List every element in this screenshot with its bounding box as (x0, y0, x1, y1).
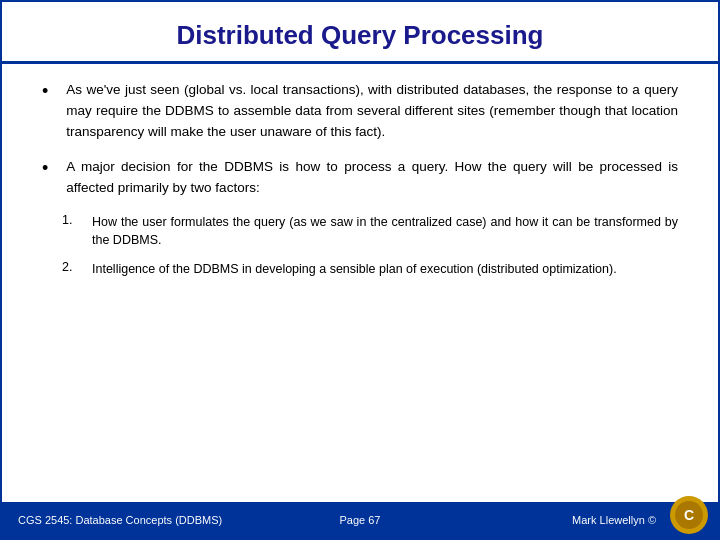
footer-center: Page 67 (340, 514, 381, 526)
footer-left: CGS 2545: Database Concepts (DDBMS) (18, 514, 222, 526)
numbered-item-1: 1. How the user formulates the query (as… (62, 213, 678, 251)
slide-content: • As we've just seen (global vs. local t… (2, 64, 718, 502)
numbered-text-2: Intelligence of the DDBMS in developing … (92, 260, 617, 279)
bullet-1: • As we've just seen (global vs. local t… (42, 80, 678, 143)
bullet-dot-2: • (42, 158, 48, 179)
slide-footer: CGS 2545: Database Concepts (DDBMS) Page… (2, 502, 718, 538)
numbered-list: 1. How the user formulates the query (as… (42, 213, 678, 279)
logo-circle: C (670, 496, 708, 534)
logo-icon: C (684, 507, 694, 523)
numbered-text-1: How the user formulates the query (as we… (92, 213, 678, 251)
slide-container: Distributed Query Processing • As we've … (0, 0, 720, 540)
slide-header: Distributed Query Processing (2, 2, 718, 64)
numbered-item-2: 2. Intelligence of the DDBMS in developi… (62, 260, 678, 279)
bullet-dot-1: • (42, 81, 48, 102)
numbered-label-1: 1. (62, 213, 78, 227)
footer-logo: C (670, 496, 708, 534)
footer-right: Mark Llewellyn © (572, 514, 656, 526)
bullet-text-1: As we've just seen (global vs. local tra… (66, 80, 678, 143)
slide-title: Distributed Query Processing (42, 20, 678, 51)
numbered-label-2: 2. (62, 260, 78, 274)
bullet-text-2: A major decision for the DDBMS is how to… (66, 157, 678, 199)
bullet-2: • A major decision for the DDBMS is how … (42, 157, 678, 199)
logo-inner: C (675, 501, 703, 529)
